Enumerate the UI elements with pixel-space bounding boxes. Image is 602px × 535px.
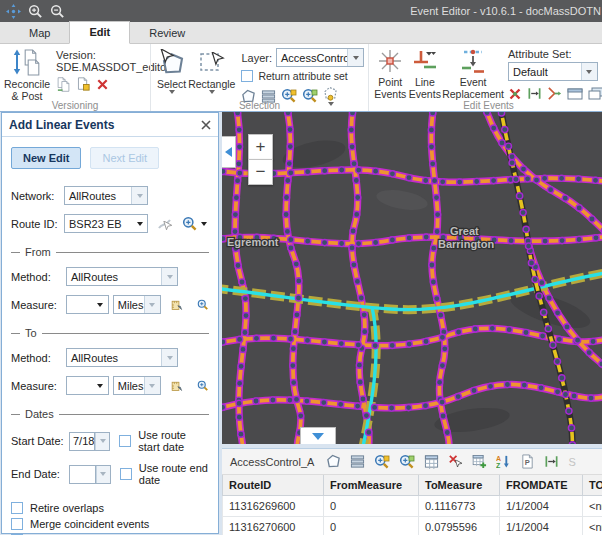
layer-select[interactable]: AccessControl_A [276, 48, 364, 67]
dates-separator: Dates [11, 408, 209, 420]
zoom-out-icon[interactable] [50, 4, 65, 19]
point-events-button[interactable]: Point Events [373, 47, 408, 101]
ribbon: Reconcile & Post Version: SDE.MASSDOT_ed… [0, 44, 602, 112]
route-id-caret-icon [137, 222, 143, 226]
new-version-icon[interactable] [76, 77, 91, 92]
attribute-set-value: Default [509, 66, 581, 78]
window-title: Event Editor - v10.6.1 - docMassDOTN [410, 5, 601, 17]
cascade-windows-icon[interactable] [588, 87, 602, 101]
add-record-icon[interactable] [472, 454, 487, 469]
events-panel-icon[interactable] [567, 87, 583, 101]
from-measure-on-map-icon[interactable] [171, 297, 183, 313]
town-label-great: Great [450, 225, 479, 237]
use-route-end-checkbox[interactable] [120, 468, 132, 480]
from-method-select[interactable]: AllRoutes [66, 267, 178, 286]
network-select[interactable]: AllRoutes [64, 186, 148, 205]
close-icon[interactable] [201, 120, 211, 130]
gap-events-icon[interactable] [527, 86, 542, 101]
tab-map[interactable]: Map [10, 23, 69, 44]
map-zoom-out-button[interactable]: − [248, 159, 273, 185]
from-measure-combo[interactable] [66, 295, 109, 314]
table-row[interactable]: 1131627060000.07955961/1/2004<null>N [223, 517, 602, 535]
next-edit-button[interactable]: Next Edit [90, 147, 159, 169]
from-units-select[interactable]: Miles [113, 295, 161, 314]
collapse-left-panel-button[interactable] [222, 136, 236, 168]
retire-overlaps-checkbox[interactable] [11, 502, 23, 514]
rectangle-dropdown-caret-icon[interactable] [209, 90, 215, 94]
event-replacement-label: Event Replacement [442, 76, 504, 100]
to-measure-on-map-icon[interactable] [171, 378, 183, 394]
event-editor-window: Event Editor - v10.6.1 - docMassDOTN Map… [0, 0, 602, 535]
reconcile-post-button[interactable]: Reconcile & Post [4, 47, 50, 103]
end-date-picker[interactable] [95, 465, 111, 484]
gap-tool-icon[interactable] [544, 454, 559, 469]
start-date-picker[interactable] [94, 432, 110, 451]
zoom-to-selection-icon[interactable] [374, 454, 390, 470]
to-zoom-icon[interactable] [197, 378, 209, 394]
table-layer-name[interactable]: AccessControl_A [230, 456, 314, 468]
route-id-select[interactable]: BSR23 EB [64, 214, 148, 233]
to-measure-combo[interactable] [66, 376, 109, 395]
clear-table-selection-icon[interactable] [448, 454, 463, 469]
column-header[interactable]: FromMeasure [324, 475, 419, 496]
compare-versions-icon[interactable] [56, 77, 71, 92]
attribute-set-caret[interactable] [581, 63, 597, 80]
column-header[interactable]: RouteID [223, 475, 324, 496]
map-zoom-in-button[interactable]: + [248, 134, 273, 160]
select-button[interactable]: Select [155, 47, 188, 95]
map-background [222, 112, 602, 444]
from-zoom-icon[interactable] [197, 297, 209, 313]
merge-events-icon[interactable] [547, 86, 562, 101]
to-method-select[interactable]: AllRoutes [66, 348, 178, 367]
new-edit-button[interactable]: New Edit [11, 147, 81, 169]
tab-review[interactable]: Review [130, 23, 204, 44]
rectangle-button[interactable]: Rectangle [188, 47, 235, 95]
network-caret-icon [137, 194, 143, 198]
network-value: AllRoutes [65, 190, 131, 202]
pan-to-selection-icon[interactable] [399, 454, 415, 470]
collapse-table-panel-button[interactable] [300, 427, 336, 444]
route-zoom-menu[interactable] [182, 216, 207, 232]
pan-icon[interactable] [6, 4, 21, 19]
field-calculator-icon[interactable] [424, 454, 439, 469]
column-header[interactable]: TODATE [583, 475, 602, 496]
end-date-input[interactable] [69, 465, 96, 484]
merge-coincident-checkbox[interactable] [11, 518, 23, 530]
layer-select-caret[interactable] [347, 49, 363, 66]
return-attribute-set-checkbox[interactable] [241, 70, 253, 82]
from-units-value: Miles [114, 299, 144, 311]
ribbon-tabs: Map Edit Review [0, 22, 602, 44]
show-attributes-icon[interactable] [350, 454, 365, 469]
select-label: Select [157, 78, 186, 90]
svg-text:A: A [496, 455, 501, 462]
select-route-on-map-icon[interactable] [157, 216, 173, 232]
point-events-label: Point Events [373, 76, 408, 100]
column-header[interactable]: FROMDATE [500, 475, 583, 496]
column-header[interactable]: ToMeasure [419, 475, 500, 496]
select-features-icon[interactable] [326, 454, 341, 469]
to-units-select[interactable]: Miles [113, 376, 161, 395]
svg-text:Z: Z [496, 462, 501, 469]
delete-version-icon[interactable] [96, 78, 109, 91]
event-replacement-button[interactable]: Event Replacement [442, 47, 504, 101]
line-events-button[interactable]: Line Events [408, 47, 443, 101]
start-date-input[interactable]: 7/18/ [69, 432, 95, 451]
map-canvas[interactable]: Egremont Great Barrington + − [222, 112, 602, 444]
table-row[interactable]: 1131626960000.11167731/1/2004<null>N [223, 496, 602, 517]
route-zoom-icon [182, 216, 198, 232]
network-label: Network: [11, 190, 64, 202]
group-label-edit-events: Edit Events [369, 100, 602, 111]
sort-icon[interactable]: AZ [496, 454, 511, 469]
tab-edit[interactable]: Edit [69, 21, 130, 44]
layer-select-value: AccessControl_A [277, 52, 347, 64]
attribute-set-page-icon[interactable]: P [520, 454, 535, 469]
layer-label: Layer: [241, 52, 272, 64]
zoom-in-icon[interactable] [28, 4, 43, 19]
use-route-start-checkbox[interactable] [119, 435, 131, 447]
split-event-icon[interactable] [508, 87, 522, 101]
attribute-set-select[interactable]: Default [508, 62, 598, 81]
map-svg: Egremont Great Barrington [222, 112, 602, 444]
reconcile-post-label: Reconcile & Post [4, 78, 50, 102]
select-dropdown-caret-icon[interactable] [169, 90, 175, 94]
table-header-row: RouteIDFromMeasureToMeasureFROMDATETODAT… [223, 475, 602, 496]
